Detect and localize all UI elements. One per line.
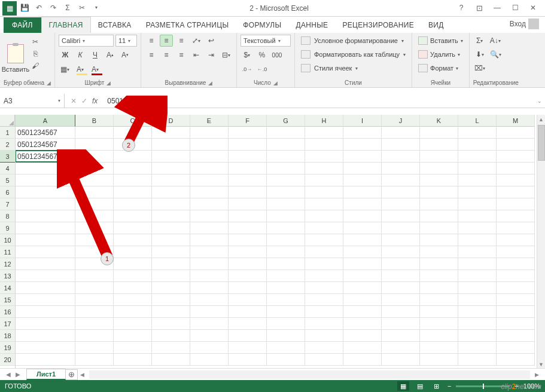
col-header-L[interactable]: L — [458, 115, 497, 127]
cell-F12[interactable] — [229, 258, 267, 270]
decrease-decimal-button[interactable]: ←.0 — [255, 63, 269, 75]
sheet-nav-prev-icon[interactable]: ◀ — [6, 371, 11, 378]
cell-F17[interactable] — [229, 318, 267, 330]
align-top-button[interactable]: ≡ — [145, 35, 158, 47]
cell-J3[interactable] — [382, 151, 420, 163]
cell-H2[interactable] — [305, 139, 343, 151]
cell-B10[interactable] — [75, 234, 114, 246]
shrink-font-button[interactable]: A▾ — [118, 49, 132, 61]
cell-L6[interactable] — [458, 186, 497, 198]
tab-data[interactable]: ДАННЫЕ — [288, 17, 335, 33]
name-box[interactable]: A3▾ — [0, 94, 65, 108]
cell-A15[interactable] — [16, 294, 75, 306]
cell-H1[interactable] — [305, 127, 343, 139]
cells-area[interactable]: 050123456705012345670501234567! — [16, 127, 537, 366]
cell-J2[interactable] — [382, 139, 420, 151]
cell-I12[interactable] — [343, 258, 382, 270]
cell-F10[interactable] — [229, 234, 267, 246]
cell-C12[interactable] — [114, 258, 152, 270]
cell-M9[interactable] — [497, 222, 535, 234]
cell-F8[interactable] — [229, 210, 267, 222]
cell-C1[interactable] — [114, 127, 152, 139]
col-header-H[interactable]: H — [305, 115, 343, 127]
cell-H12[interactable] — [305, 258, 343, 270]
cell-L7[interactable] — [458, 198, 497, 210]
cell-C9[interactable] — [114, 222, 152, 234]
cell-G16[interactable] — [267, 306, 305, 318]
cell-L13[interactable] — [458, 270, 497, 282]
cell-C15[interactable] — [114, 294, 152, 306]
cell-G6[interactable] — [267, 186, 305, 198]
cell-D4[interactable] — [152, 163, 190, 174]
cell-J19[interactable] — [382, 342, 420, 354]
tab-page-layout[interactable]: РАЗМЕТКА СТРАНИЦЫ — [139, 17, 236, 33]
cell-D15[interactable] — [152, 294, 190, 306]
cell-I19[interactable] — [343, 342, 382, 354]
cell-I11[interactable] — [343, 246, 382, 258]
sheet-tab-1[interactable]: Лист1 — [26, 369, 66, 380]
cell-L17[interactable] — [458, 318, 497, 330]
increase-decimal-button[interactable]: .0→ — [240, 63, 254, 75]
vertical-scrollbar[interactable]: ▲ ▼ — [537, 115, 545, 369]
cell-M5[interactable] — [497, 174, 535, 186]
cell-F16[interactable] — [229, 306, 267, 318]
increase-indent-button[interactable]: ⇥ — [205, 49, 218, 61]
clear-button[interactable]: ⌧▾ — [473, 62, 486, 74]
cell-K15[interactable] — [420, 294, 458, 306]
cell-M8[interactable] — [497, 210, 535, 222]
cell-F9[interactable] — [229, 222, 267, 234]
cell-H4[interactable] — [305, 163, 343, 174]
cell-M1[interactable] — [497, 127, 535, 139]
merge-button[interactable]: ⊟▾ — [220, 49, 233, 61]
align-left-button[interactable]: ≡ — [145, 49, 158, 61]
cell-D9[interactable] — [152, 222, 190, 234]
row-header-18[interactable]: 18 — [0, 330, 15, 342]
cell-F3[interactable] — [229, 151, 267, 163]
cell-G8[interactable] — [267, 210, 305, 222]
cell-B13[interactable] — [75, 270, 114, 282]
cell-H16[interactable] — [305, 306, 343, 318]
tab-view[interactable]: ВИД — [421, 17, 451, 33]
cell-L5[interactable] — [458, 174, 497, 186]
scroll-thumb[interactable] — [538, 125, 545, 161]
col-header-C[interactable]: C — [114, 115, 152, 127]
sort-filter-button[interactable]: A↓▾ — [488, 35, 503, 47]
cell-J17[interactable] — [382, 318, 420, 330]
cell-G15[interactable] — [267, 294, 305, 306]
cell-H5[interactable] — [305, 174, 343, 186]
cell-B6[interactable] — [75, 186, 114, 198]
tab-home[interactable]: ГЛАВНАЯ — [41, 17, 91, 33]
cut-icon[interactable]: ✂ — [75, 1, 89, 14]
cell-K18[interactable] — [420, 330, 458, 342]
sign-in[interactable]: Вход — [504, 15, 545, 33]
cell-A6[interactable] — [16, 186, 75, 198]
row-header-9[interactable]: 9 — [0, 222, 15, 234]
cell-D3[interactable] — [152, 151, 190, 163]
row-header-20[interactable]: 20 — [0, 354, 15, 366]
find-button[interactable]: 🔍▾ — [488, 48, 503, 60]
cell-H19[interactable] — [305, 342, 343, 354]
undo-icon[interactable]: ↶ — [32, 1, 45, 14]
cell-I7[interactable] — [343, 198, 382, 210]
cell-K2[interactable] — [420, 139, 458, 151]
autosum-button[interactable]: Σ▾ — [473, 35, 486, 47]
align-center-button[interactable]: ≡ — [160, 49, 173, 61]
row-header-6[interactable]: 6 — [0, 186, 15, 198]
cell-M4[interactable] — [497, 163, 535, 174]
cell-F20[interactable] — [229, 354, 267, 366]
cell-F13[interactable] — [229, 270, 267, 282]
cell-C5[interactable] — [114, 174, 152, 186]
hscroll-right-icon[interactable]: ▶ — [532, 372, 541, 378]
cell-A10[interactable] — [16, 234, 75, 246]
cell-B17[interactable] — [75, 318, 114, 330]
cell-J18[interactable] — [382, 330, 420, 342]
cell-M16[interactable] — [497, 306, 535, 318]
cell-A1[interactable]: 0501234567 — [16, 127, 75, 139]
new-sheet-button[interactable]: ⊕ — [66, 369, 78, 380]
cell-A17[interactable] — [16, 318, 75, 330]
tab-insert[interactable]: ВСТАВКА — [91, 17, 139, 33]
enter-formula-icon[interactable]: ✓ — [81, 97, 87, 105]
cell-L4[interactable] — [458, 163, 497, 174]
cell-E6[interactable] — [190, 186, 229, 198]
cell-A12[interactable] — [16, 258, 75, 270]
